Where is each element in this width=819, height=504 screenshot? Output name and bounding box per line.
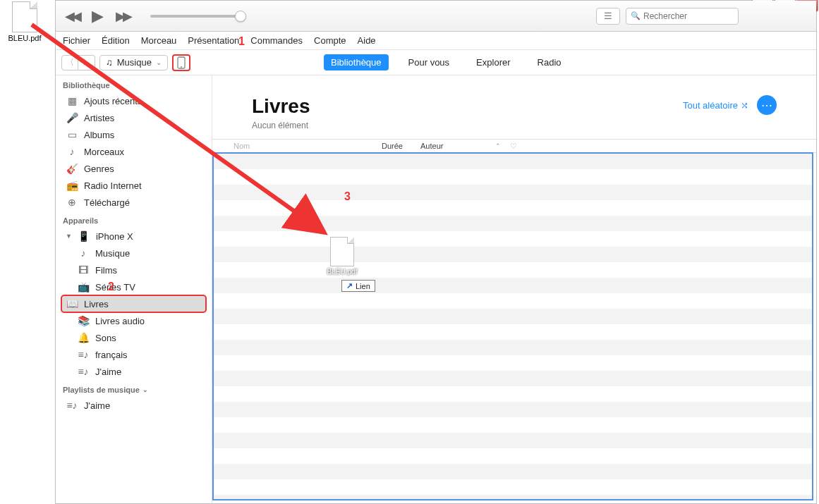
list-view-button[interactable]: ☰	[596, 8, 620, 25]
chevron-updown-icon: ⌄	[156, 59, 162, 66]
back-button[interactable]: 〈	[61, 55, 78, 70]
book-icon: 📖	[66, 297, 78, 310]
media-type-label: Musique	[117, 57, 152, 68]
menu-bar: Fichier Édition Morceau Présentation Com…	[56, 32, 816, 50]
menu-commandes[interactable]: Commandes	[250, 35, 303, 46]
sidebar-heading-library: Bibliothèque	[56, 75, 212, 92]
tab-explorer[interactable]: Explorer	[469, 54, 517, 70]
previous-button[interactable]: ◀◀	[63, 7, 81, 25]
chevron-down-icon: ▼	[66, 233, 72, 240]
sidebar-item-songs[interactable]: ♪Morceaux	[56, 143, 212, 160]
radio-icon: 📻	[66, 179, 78, 192]
pdf-file-icon	[12, 1, 37, 32]
play-button[interactable]: ▶	[88, 7, 107, 25]
desktop-file-label: BLEU.pdf	[4, 34, 46, 42]
heart-icon: ♡	[510, 142, 517, 150]
sidebar: Bibliothèque ▦Ajouts récents 🎤Artistes ▭…	[56, 75, 212, 503]
ellipsis-icon: ⋯	[761, 99, 772, 112]
sidebar-item-films[interactable]: 🎞Films	[56, 262, 212, 278]
annotation-3: 3	[344, 190, 351, 203]
more-button[interactable]: ⋯	[757, 95, 777, 115]
page-title: Livres	[252, 95, 310, 118]
column-nom[interactable]: Nom	[212, 142, 382, 150]
menu-presentation[interactable]: Présentation	[188, 35, 239, 46]
audiobook-icon: 📚	[77, 314, 90, 327]
sidebar-item-genres[interactable]: 🎸Genres	[56, 160, 212, 177]
content-pane: Livres Aucun élément Tout aléatoire ⤭ ⋯ …	[212, 75, 816, 503]
album-icon: ▭	[66, 128, 78, 141]
column-header-row: Nom Durée Auteur⌃ ♡	[212, 139, 816, 153]
tab-bibliotheque[interactable]: Bibliothèque	[324, 54, 389, 70]
playlist-icon: ≡♪	[66, 399, 78, 412]
sidebar-heading-playlists: Playlists de musique ⌄	[56, 380, 212, 397]
sidebar-item-music[interactable]: ♪Musique	[56, 245, 212, 262]
sort-asc-icon: ⌃	[495, 142, 501, 149]
tab-radio[interactable]: Radio	[530, 54, 569, 70]
search-box[interactable]: 🔍	[626, 8, 739, 25]
tab-pour-vous[interactable]: Pour vous	[401, 54, 457, 70]
sidebar-item-radio[interactable]: 📻Radio Internet	[56, 177, 212, 194]
shortcut-arrow-icon: ↗	[346, 281, 353, 290]
forward-button[interactable]: 〉	[78, 55, 95, 70]
library-tabs: Bibliothèque Pour vous Explorer Radio	[324, 54, 569, 70]
bell-icon: 🔔	[77, 331, 90, 344]
sidebar-item-jaime-playlist[interactable]: ≡♪J'aime	[56, 397, 212, 414]
playlist-icon: ≡♪	[77, 365, 90, 378]
playback-controls: ◀◀ ▶ ▶▶	[63, 7, 242, 25]
volume-knob[interactable]	[235, 11, 246, 22]
menu-morceau[interactable]: Morceau	[141, 35, 177, 46]
sidebar-item-recent[interactable]: ▦Ajouts récents	[56, 92, 212, 109]
shuffle-icon: ⤭	[741, 100, 748, 111]
phone-icon	[177, 56, 186, 69]
music-note-icon: ♫	[106, 57, 113, 68]
sidebar-item-jaime-device[interactable]: ≡♪J'aime	[56, 363, 212, 380]
tv-icon: 📺	[77, 281, 90, 293]
sidebar-item-series[interactable]: 📺Séries TV	[56, 278, 212, 295]
shuffle-button[interactable]: Tout aléatoire ⤭	[683, 100, 748, 111]
sidebar-item-audiobooks[interactable]: 📚Livres audio	[56, 312, 212, 329]
column-favorite[interactable]: ♡	[505, 142, 522, 151]
sidebar-heading-devices: Appareils	[56, 211, 212, 228]
note-icon: ♪	[66, 145, 78, 158]
nav-row: 〈 〉 ♫ Musique ⌄ Bibliothèque Pour vous E…	[56, 50, 816, 75]
top-toolbar: ◀◀ ▶ ▶▶ ☰ 🔍	[56, 1, 816, 32]
guitar-icon: 🎸	[66, 162, 78, 175]
sidebar-item-albums[interactable]: ▭Albums	[56, 126, 212, 143]
sidebar-item-downloaded[interactable]: ⊕Téléchargé	[56, 194, 212, 211]
menu-fichier[interactable]: Fichier	[63, 35, 90, 46]
download-icon: ⊕	[66, 196, 78, 209]
phone-icon: 📱	[78, 230, 90, 242]
next-button[interactable]: ▶▶	[114, 7, 132, 25]
annotation-1: 1	[238, 35, 245, 48]
film-icon: 🎞	[77, 264, 90, 276]
svg-point-1	[181, 66, 182, 68]
column-auteur[interactable]: Auteur⌃	[420, 142, 505, 150]
grid-icon: ▦	[66, 94, 78, 107]
search-icon: 🔍	[631, 11, 641, 20]
mic-icon: 🎤	[66, 111, 78, 124]
itunes-window: — ▭ ✕ ◀◀ ▶ ▶▶ ☰ 🔍 Fichier Édition Morcea…	[55, 0, 817, 504]
sidebar-item-artists[interactable]: 🎤Artistes	[56, 109, 212, 126]
sidebar-item-sons[interactable]: 🔔Sons	[56, 329, 212, 346]
drop-target-area[interactable]	[212, 152, 813, 500]
media-type-dropdown[interactable]: ♫ Musique ⌄	[99, 55, 168, 70]
playlist-icon: ≡♪	[77, 348, 90, 361]
sidebar-item-francais[interactable]: ≡♪français	[56, 346, 212, 363]
device-button[interactable]	[172, 54, 190, 71]
menu-aide[interactable]: Aide	[358, 35, 376, 46]
volume-slider[interactable]	[150, 15, 242, 18]
menu-compte[interactable]: Compte	[314, 35, 346, 46]
sidebar-item-livres[interactable]: 📖Livres	[61, 295, 206, 312]
annotation-2: 2	[108, 281, 114, 293]
sidebar-device-iphone[interactable]: ▼📱iPhone X	[56, 228, 212, 245]
menu-edition[interactable]: Édition	[102, 35, 130, 46]
column-duree[interactable]: Durée	[382, 142, 420, 150]
desktop-file[interactable]: BLEU.pdf	[4, 1, 46, 42]
page-subtitle: Aucun élément	[252, 121, 310, 130]
drag-tooltip: ↗ Lien	[341, 280, 375, 292]
search-input[interactable]	[643, 11, 734, 21]
chevron-down-icon: ⌄	[142, 386, 148, 393]
note-icon: ♪	[77, 247, 90, 259]
